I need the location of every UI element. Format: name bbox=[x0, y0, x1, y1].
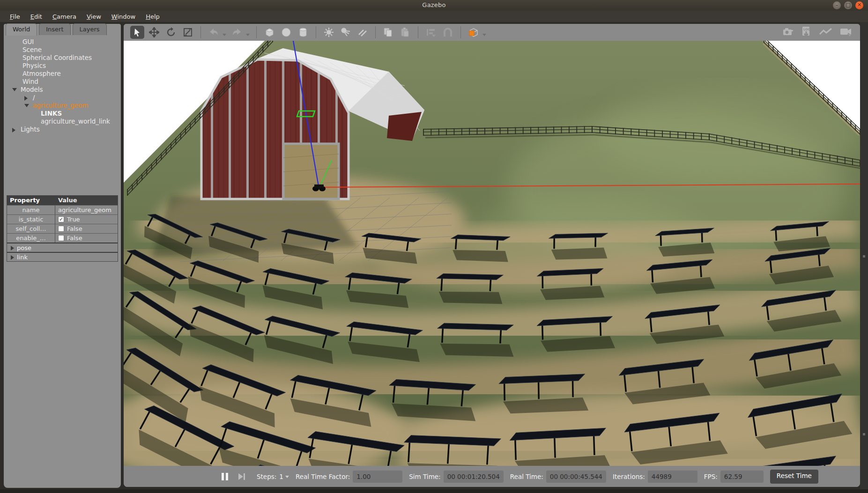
real-time-label: Real Time: bbox=[510, 473, 543, 480]
tree-item-atmosphere[interactable]: Atmosphere bbox=[4, 70, 121, 78]
tree-item-models[interactable]: Models bbox=[4, 86, 121, 94]
view-angle-cube-icon[interactable] bbox=[467, 26, 481, 39]
step-icon[interactable] bbox=[238, 473, 245, 480]
copy-icon[interactable] bbox=[381, 26, 395, 39]
view-angle-dropdown-icon[interactable] bbox=[482, 34, 486, 36]
splitter-grip-2[interactable] bbox=[863, 433, 865, 435]
close-button[interactable]: ✕ bbox=[855, 1, 863, 9]
minimize-button[interactable]: – bbox=[833, 1, 841, 9]
steps-label: Steps: bbox=[257, 473, 276, 480]
point-light-icon[interactable] bbox=[322, 26, 336, 39]
property-name: enable_… bbox=[7, 234, 55, 243]
splitter-grip[interactable] bbox=[863, 255, 865, 258]
menu-camera[interactable]: Camera bbox=[47, 12, 82, 22]
log-recorder-icon[interactable]: LOG bbox=[801, 26, 812, 38]
tab-world[interactable]: World bbox=[6, 23, 37, 36]
undo-icon[interactable] bbox=[207, 26, 221, 39]
tab-insert[interactable]: Insert bbox=[39, 23, 70, 35]
maximize-button[interactable]: □ bbox=[844, 1, 852, 9]
rotate-tool-icon[interactable] bbox=[164, 26, 178, 39]
tree-item-links[interactable]: LINKS bbox=[4, 110, 121, 118]
rtf-value: 1.00 bbox=[353, 471, 402, 483]
reset-time-button[interactable]: Reset Time bbox=[770, 470, 818, 484]
video-recorder-icon[interactable] bbox=[839, 27, 853, 37]
tree-item-agriculture-geom[interactable]: agriculture_geom bbox=[4, 102, 121, 110]
tree-item-label: LINKS bbox=[41, 110, 62, 118]
tree-item-lights[interactable]: Lights bbox=[4, 125, 121, 133]
menu-edit[interactable]: Edit bbox=[25, 12, 47, 22]
redo-history-icon[interactable] bbox=[246, 34, 250, 36]
menu-file[interactable]: File bbox=[5, 12, 25, 22]
directional-light-icon[interactable] bbox=[356, 26, 370, 39]
expand-arrow-icon[interactable] bbox=[12, 128, 15, 132]
tree-item-spherical-coordinates[interactable]: Spherical Coordinates bbox=[4, 54, 121, 62]
tree-item-label: / bbox=[33, 94, 35, 102]
property-row-name[interactable]: nameagriculture_geom bbox=[7, 205, 118, 214]
spot-light-icon[interactable] bbox=[339, 26, 353, 39]
select-tool-icon[interactable] bbox=[130, 26, 144, 39]
pause-icon[interactable] bbox=[221, 472, 229, 481]
screenshot-camera-icon[interactable] bbox=[782, 27, 794, 37]
checkbox[interactable] bbox=[58, 235, 64, 241]
checkbox-label: False bbox=[67, 224, 82, 233]
sphere-shape-icon[interactable] bbox=[279, 26, 293, 39]
tree-item-label: Wind bbox=[22, 78, 38, 86]
expand-arrow-icon[interactable] bbox=[11, 246, 14, 250]
simulation-status-bar: Steps: 1 Real Time Factor: 1.00 Sim Time… bbox=[124, 466, 860, 487]
tree-item--[interactable]: / bbox=[4, 94, 121, 102]
checkbox-label: False bbox=[67, 234, 82, 243]
workspace: World Insert Layers GUISceneSpherical Co… bbox=[0, 22, 868, 489]
steps-value: 1 bbox=[279, 473, 283, 480]
expand-arrow-icon[interactable] bbox=[24, 96, 28, 101]
expand-arrow-icon[interactable] bbox=[11, 255, 14, 260]
tree-item-physics[interactable]: Physics bbox=[4, 62, 121, 70]
redo-icon[interactable] bbox=[230, 26, 244, 39]
tree-item-label: Atmosphere bbox=[22, 70, 61, 78]
collapse-arrow-icon[interactable] bbox=[24, 104, 29, 107]
property-name: name bbox=[7, 206, 55, 214]
property-value: False bbox=[55, 234, 118, 243]
snap-icon[interactable] bbox=[441, 26, 455, 39]
property-row-self-coll-[interactable]: self_coll…False bbox=[7, 224, 118, 233]
right-splitter[interactable] bbox=[860, 22, 868, 489]
3d-viewport[interactable] bbox=[124, 41, 860, 466]
menu-view[interactable]: View bbox=[82, 12, 106, 22]
property-row-is-static[interactable]: is_static✓True bbox=[7, 214, 118, 224]
tree-item-label: agriculture_world_link bbox=[41, 118, 110, 125]
tree-item-label: Scene bbox=[22, 46, 42, 54]
checkbox[interactable] bbox=[58, 226, 64, 232]
steps-dropdown-icon[interactable] bbox=[285, 476, 289, 478]
menu-window[interactable]: Window bbox=[106, 12, 141, 22]
tree-item-label: agriculture_geom bbox=[33, 102, 88, 110]
title-bar: Gazebo – □ ✕ bbox=[0, 0, 868, 11]
tree-item-agriculture-world-link[interactable]: agriculture_world_link bbox=[4, 118, 121, 125]
paste-icon[interactable] bbox=[398, 26, 412, 39]
tab-layers[interactable]: Layers bbox=[73, 23, 107, 35]
plot-icon[interactable] bbox=[819, 27, 833, 37]
tree-item-gui[interactable]: GUI bbox=[4, 38, 121, 46]
property-group-label: link bbox=[17, 253, 28, 261]
property-group-link[interactable]: link bbox=[7, 252, 118, 261]
fps-value: 62.59 bbox=[720, 471, 764, 483]
steps-spinner[interactable]: 1 bbox=[279, 473, 289, 480]
world-tree: GUISceneSpherical CoordinatesPhysicsAtmo… bbox=[4, 38, 121, 169]
property-group-pose[interactable]: pose bbox=[7, 243, 118, 252]
undo-history-icon[interactable] bbox=[223, 34, 226, 36]
left-panel: World Insert Layers GUISceneSpherical Co… bbox=[4, 24, 121, 488]
box-shape-icon[interactable] bbox=[262, 26, 276, 39]
align-icon[interactable] bbox=[424, 26, 438, 39]
render-area: LOG bbox=[124, 24, 860, 487]
property-name: self_coll… bbox=[7, 224, 55, 233]
collapse-arrow-icon[interactable] bbox=[12, 88, 17, 91]
property-row-enable-[interactable]: enable_…False bbox=[7, 233, 118, 243]
tree-item-label: Models bbox=[21, 86, 43, 94]
cylinder-shape-icon[interactable] bbox=[296, 26, 310, 39]
tree-item-wind[interactable]: Wind bbox=[4, 78, 121, 86]
property-table-header: PropertyValue bbox=[7, 196, 118, 205]
scale-tool-icon[interactable] bbox=[181, 26, 195, 39]
translate-tool-icon[interactable] bbox=[147, 26, 161, 39]
checkbox[interactable]: ✓ bbox=[58, 216, 64, 222]
menu-help[interactable]: Help bbox=[141, 12, 165, 22]
panel-tabs: World Insert Layers bbox=[4, 23, 107, 36]
tree-item-scene[interactable]: Scene bbox=[4, 46, 121, 54]
